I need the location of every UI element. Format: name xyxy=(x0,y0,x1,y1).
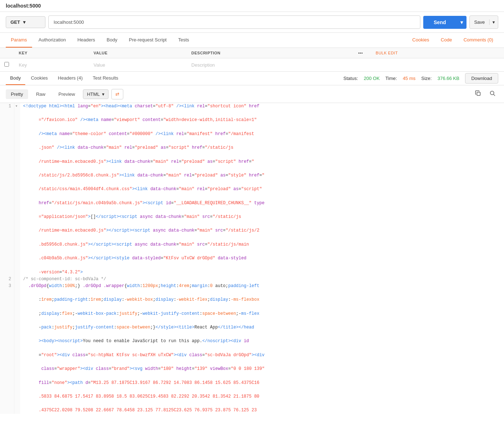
method-selector[interactable]: GET ▾ xyxy=(6,16,45,28)
line-number-2: 2 xyxy=(0,276,14,283)
svg-point-1 xyxy=(490,91,494,95)
tab-pre-request-script[interactable]: Pre-request Script xyxy=(124,33,172,48)
wrap-lines-btn[interactable]: ⇄ xyxy=(111,89,123,99)
download-button[interactable]: Download xyxy=(465,73,498,84)
response-status-info: Status: 200 OK Time: 45 ms Size: 376.66 … xyxy=(344,73,498,84)
search-btn[interactable] xyxy=(487,88,498,100)
wrap-icon: ⇄ xyxy=(115,91,119,97)
format-value: HTML xyxy=(87,91,100,97)
line-content-1: <!doctype html><html lang="en"><head><me… xyxy=(20,103,504,276)
response-tab-cookies[interactable]: Cookies xyxy=(27,72,52,85)
svg-rect-0 xyxy=(477,92,480,95)
params-row-key[interactable]: Key xyxy=(14,58,89,72)
code-line-3: 3 .drGOpd{width:100%;} .drGOpd .wrapper{… xyxy=(0,283,504,414)
line-content-3: .drGOpd{width:100%;} .drGOpd .wrapper{wi… xyxy=(20,283,504,414)
url-input[interactable] xyxy=(48,15,420,29)
line-arrow-2 xyxy=(14,276,20,283)
tab-params[interactable]: Params xyxy=(6,33,32,48)
response-tab-test-results[interactable]: Test Results xyxy=(88,72,123,85)
params-col-description: DESCRIPTION xyxy=(187,48,350,58)
view-preview-btn[interactable]: Preview xyxy=(53,89,80,99)
format-dropdown-icon: ▾ xyxy=(102,91,105,97)
svg-line-2 xyxy=(494,94,495,96)
method-dropdown-icon: ▾ xyxy=(23,19,26,25)
view-pretty-btn[interactable]: Pretty xyxy=(6,89,28,99)
code-line-1: 1 ▾ <!doctype html><html lang="en"><head… xyxy=(0,103,504,276)
response-tab-headers[interactable]: Headers (4) xyxy=(54,72,87,85)
code-line-2: 2 /* sc-component-id: sc-bdVaJa */ xyxy=(0,276,504,283)
tab-authorization[interactable]: Authorization xyxy=(34,33,71,48)
save-dropdown-icon[interactable]: ▾ xyxy=(489,19,498,25)
request-bar: GET ▾ Send ▾ Save ▾ xyxy=(0,12,504,33)
tab-body[interactable]: Body xyxy=(102,33,123,48)
params-col-value: VALUE xyxy=(89,48,187,58)
save-button[interactable]: Save ▾ xyxy=(469,15,498,29)
params-row-description[interactable]: Description xyxy=(187,58,350,72)
tab-code[interactable]: Code xyxy=(436,33,457,48)
code-lines: 1 ▾ <!doctype html><html lang="en"><head… xyxy=(0,103,504,414)
size-label: Size: xyxy=(421,76,432,81)
response-tabs: Body Cookies Headers (4) Test Results St… xyxy=(0,72,504,85)
send-label: Send xyxy=(423,19,456,25)
tab-tests[interactable]: Tests xyxy=(173,33,194,48)
line-arrow-3 xyxy=(14,283,20,414)
params-col-checkbox xyxy=(0,48,14,58)
tab-headers[interactable]: Headers xyxy=(72,33,100,48)
response-tab-body[interactable]: Body xyxy=(6,72,25,85)
line-content-2: /* sc-component-id: sc-bdVaJa */ xyxy=(20,276,504,283)
time-value: 45 ms xyxy=(403,76,415,81)
host-display: localhost:5000 xyxy=(0,0,504,12)
params-table: KEY VALUE DESCRIPTION ••• Bulk Edit Key … xyxy=(0,48,504,72)
params-row-checkbox[interactable] xyxy=(0,58,14,72)
params-more-btn[interactable]: ••• xyxy=(350,48,371,58)
line-number-3: 3 xyxy=(0,283,14,414)
tab-comments[interactable]: Comments (0) xyxy=(459,33,498,48)
view-raw-btn[interactable]: Raw xyxy=(31,89,50,99)
send-button[interactable]: Send ▾ xyxy=(423,16,467,29)
size-value: 376.66 KB xyxy=(437,76,459,81)
format-selector[interactable]: HTML ▾ xyxy=(83,89,108,99)
code-area[interactable]: 1 ▾ <!doctype html><html lang="en"><head… xyxy=(0,103,504,414)
line-number-1: 1 xyxy=(0,103,14,276)
send-dropdown-icon[interactable]: ▾ xyxy=(457,19,467,25)
time-label: Time: xyxy=(385,76,397,81)
status-value: 200 OK xyxy=(364,76,380,81)
save-label: Save xyxy=(470,19,489,25)
status-label: Status: xyxy=(344,76,358,81)
params-bulk-edit[interactable]: Bulk Edit xyxy=(371,48,504,58)
params-col-key: KEY xyxy=(14,48,89,58)
request-tabs: Params Authorization Headers Body Pre-re… xyxy=(0,33,504,48)
line-arrow-1[interactable]: ▾ xyxy=(14,103,20,276)
params-row-value[interactable]: Value xyxy=(89,58,187,72)
copy-response-btn[interactable] xyxy=(472,88,484,100)
format-row: Pretty Raw Preview HTML ▾ ⇄ xyxy=(0,85,504,103)
method-value: GET xyxy=(10,19,20,25)
tab-cookies[interactable]: Cookies xyxy=(407,33,434,48)
params-row: Key Value Description xyxy=(0,58,504,72)
